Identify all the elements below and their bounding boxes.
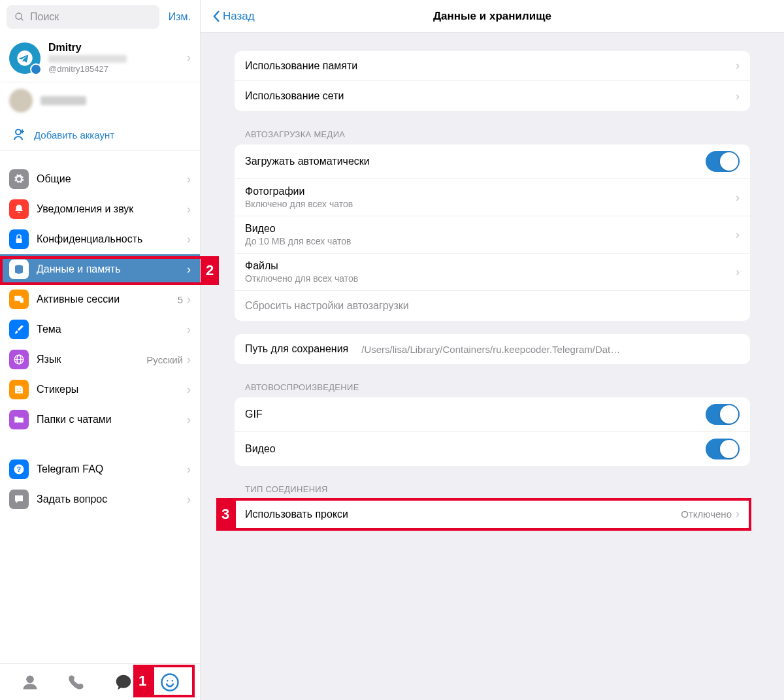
annotation-tag-2: 2 [201,256,219,285]
menu-general[interactable]: Общие › [0,164,200,194]
back-label: Назад [223,10,255,23]
chevron-left-icon [212,10,220,23]
second-account-row[interactable] [0,82,200,119]
profile-row[interactable]: Dmitry @dmitry185427 › [0,34,200,82]
edit-button[interactable]: Изм. [166,11,193,23]
row-files[interactable]: Файлы Отключено для всех чатов › [235,254,750,291]
svg-point-16 [26,675,34,683]
settings-menu: Общие › Уведомления и звук › Конфиденциа… [0,164,200,663]
menu-faq[interactable]: ? Telegram FAQ › [0,454,200,484]
menu-language[interactable]: Язык Русский › [0,344,200,375]
chevron-right-icon: › [187,413,191,427]
row-video[interactable]: Видео До 10 MB для всех чатов › [235,216,750,254]
profile-username: @dmitry185427 [48,64,187,74]
annotation-box-3 [233,498,751,531]
autoplay-group: GIF Видео [235,397,750,466]
verified-badge-icon [30,63,42,75]
bell-icon [9,199,29,219]
telegram-logo-icon [16,49,34,67]
row-auto-download[interactable]: Загружать автоматически [235,144,750,179]
search-input[interactable]: Поиск [7,5,159,29]
row-save-path[interactable]: Путь для сохранения /Users/lisa/Library/… [235,334,750,364]
search-icon [14,12,25,22]
section-autoplay: АВТОВОСПРОИЗВЕДЕНИЕ [235,377,750,397]
tab-calls[interactable] [61,669,92,695]
search-placeholder: Поиск [30,11,59,23]
sticker-icon [9,380,29,399]
devices-icon [9,290,29,309]
profile-phone-blurred [48,55,127,63]
menu-notifications[interactable]: Уведомления и звук › [0,194,200,224]
toggle-auto-download[interactable] [706,151,740,172]
menu-stickers[interactable]: Стикеры › [0,375,200,405]
svg-line-1 [21,18,23,20]
brush-icon [9,320,29,339]
row-autoplay-video[interactable]: Видео [235,432,750,466]
lock-icon [9,229,29,249]
connection-group: Использовать прокси Отключено › 3 [235,499,750,529]
add-account-label: Добавить аккаунт [34,129,114,141]
savepath-group: Путь для сохранения /Users/lisa/Library/… [235,334,750,364]
account-name-blurred [41,96,86,105]
sessions-count: 5 [178,294,183,305]
section-autodownload: АВТОЗАГРУЗКА МЕДИА [235,124,750,144]
menu-folders[interactable]: Папки с чатами › [0,405,200,435]
question-icon: ? [9,459,29,479]
annotation-tag-1: 1 [133,665,152,697]
sidebar: Поиск Изм. Dmitry @dmitry185427 › Добави… [0,0,201,700]
add-account-button[interactable]: Добавить аккаунт [0,119,200,151]
chevron-right-icon: › [187,323,191,337]
main-panel: Назад Данные и хранилище Использование п… [201,0,784,700]
toggle-autoplay-video[interactable] [706,439,740,459]
svg-text:?: ? [17,465,21,473]
menu-sessions[interactable]: Активные сессии 5 › [0,284,200,314]
tab-contacts[interactable] [14,669,46,695]
back-button[interactable]: Назад [212,10,255,23]
annotation-tag-3: 3 [216,498,235,531]
chat-icon [9,490,29,509]
row-network-usage[interactable]: Использование сети › [235,81,750,111]
avatar [9,42,41,74]
account-avatar-blurred [9,89,33,112]
annotation-box-1 [152,665,195,697]
row-reset-autodownload[interactable]: Сбросить настройки автозагрузки [235,291,750,321]
chevron-right-icon: › [187,493,191,507]
chevron-right-icon: › [187,233,191,246]
language-value: Русский [146,354,183,365]
chevron-right-icon: › [736,265,740,279]
svg-point-2 [16,129,21,135]
chevron-right-icon: › [736,59,740,73]
annotation-box-2 [0,256,219,285]
row-photos[interactable]: Фотографии Включено для всех чатов › [235,179,750,216]
svg-point-0 [16,13,22,19]
add-person-icon [9,125,27,144]
autodownload-group: Загружать автоматически Фотографии Включ… [235,144,750,321]
svg-point-13 [20,389,22,390]
chevron-right-icon: › [187,293,191,307]
page-title: Данные и хранилище [433,10,551,23]
section-connection: ТИП СОЕДИНЕНИЯ [235,479,750,499]
row-memory-usage[interactable]: Использование памяти › [235,51,750,81]
folder-icon [9,410,29,429]
storage-group: Использование памяти › Использование сет… [235,51,750,111]
chevron-right-icon: › [736,191,740,205]
chevron-right-icon: › [187,383,191,397]
chevron-right-icon: › [187,51,191,65]
main-header: Назад Данные и хранилище [201,0,784,33]
chevron-right-icon: › [736,228,740,242]
chevron-right-icon: › [187,463,191,476]
menu-theme[interactable]: Тема › [0,314,200,344]
gear-icon [9,169,29,189]
chevron-right-icon: › [187,353,191,367]
svg-rect-5 [16,239,22,244]
globe-icon [9,350,29,369]
svg-rect-8 [20,298,24,303]
chevron-right-icon: › [187,173,191,186]
save-path-value: /Users/lisa/Library/Containers/ru.keepco… [361,344,623,355]
menu-privacy[interactable]: Конфиденциальность › [0,224,200,254]
menu-ask[interactable]: Задать вопрос › [0,484,200,514]
toggle-autoplay-gif[interactable] [706,404,740,425]
row-autoplay-gif[interactable]: GIF [235,397,750,432]
chevron-right-icon: › [736,90,740,103]
profile-name: Dmitry [48,42,187,54]
